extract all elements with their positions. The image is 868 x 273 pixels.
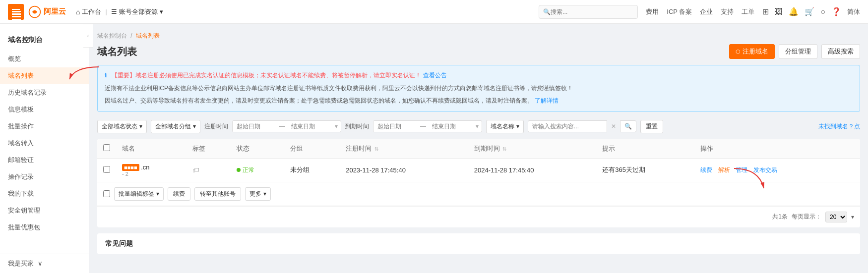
faq-section: 常见问题 (97, 233, 860, 254)
sidebar-item-batch-ops[interactable]: 批量操作 (0, 118, 89, 135)
th-register-time[interactable]: 注册时间 ⇅ (340, 139, 468, 159)
domain-search-input[interactable] (528, 120, 607, 132)
table-container: 域名 标签 状态 分组 注册时间 ⇅ 到期时间 ⇅ 提示 操作 (97, 139, 860, 227)
breadcrumb: 域名控制台 / 域名列表 (97, 32, 860, 40)
nav-link-icp[interactable]: ICP 备案 (667, 7, 692, 16)
alert-title: 【重要】域名注册必须使用已完成实名认证的信息模板；未实名认证域名不能续费、将被暂… (112, 72, 421, 79)
row-tag-cell: 🏷 (186, 158, 231, 182)
group-mgmt-button[interactable]: 分组管理 (779, 44, 817, 59)
page-header: 域名列表 ⬡ 注册域名 分组管理 高级搜索 (97, 44, 860, 59)
alert-link-detail[interactable]: 了解详情 (535, 97, 558, 104)
lang-label[interactable]: 简体 (847, 7, 860, 16)
status-dropdown-icon: ▾ (139, 123, 142, 130)
register-sort-icon[interactable]: ⇅ (374, 146, 378, 152)
layout: 域名控制台 概览 域名列表 历史域名记录 信息模板 批量操作 域名转入 邮箱验证… (0, 0, 868, 273)
resource-nav[interactable]: ☰ 账号全部资源 ▾ (111, 7, 163, 16)
expire-date-range[interactable]: — ▾ (373, 120, 482, 132)
nav-link-support[interactable]: 支持 (721, 7, 734, 16)
sidebar-item-my-downloads[interactable]: 我的下载 (0, 185, 89, 202)
domain-group-filter[interactable]: 全部域名分组 ▾ (151, 120, 200, 133)
domain-status-filter[interactable]: 全部域名状态 ▾ (97, 120, 147, 133)
sidebar-bottom-buyer[interactable]: 我是买家 ∨ (0, 254, 89, 273)
nav-link-enterprise[interactable]: 企业 (700, 7, 713, 16)
th-checkbox (97, 139, 116, 159)
sidebar-item-operation-log[interactable]: 操作记录 (0, 168, 89, 185)
bell-icon[interactable]: 🔔 (789, 7, 799, 16)
expire-sort-icon[interactable]: ⇅ (502, 146, 506, 152)
alert-line3: 因域名过户、交易等导致域名持有者发生变更的，请及时变更或注销备案；处于急需续费或… (105, 96, 853, 107)
row-status-cell: 正常 (231, 158, 284, 182)
toolbar-checkbox[interactable] (103, 190, 110, 197)
action-manage[interactable]: 管理 (736, 166, 747, 173)
advanced-search-button[interactable]: 高级搜索 (821, 44, 860, 59)
grid-icon[interactable]: ⊞ (762, 7, 769, 16)
table-footer: 共1条 每页显示： 20 ▾ (97, 206, 860, 227)
select-all-checkbox[interactable] (103, 144, 110, 151)
row-checkbox-cell (97, 158, 116, 182)
page-title: 域名列表 (97, 45, 137, 58)
filter-bar: 全部域名状态 ▾ 全部域名分组 ▾ 注册时间 — ▾ 到期时间 — ▾ (97, 120, 860, 133)
action-resolve[interactable]: 解析 (718, 166, 730, 173)
per-page-select[interactable]: 20 (825, 212, 847, 222)
workbench-nav[interactable]: ⌂ 工作台 (76, 7, 101, 16)
external-link-icon: ⬡ (736, 49, 741, 55)
breadcrumb-home[interactable]: 域名控制台 (97, 32, 127, 39)
action-trade[interactable]: 发布交易 (753, 166, 777, 173)
register-domain-button[interactable]: ⬡ 注册域名 (729, 44, 775, 59)
status-badge: 正常 (237, 166, 254, 174)
search-clear-button[interactable]: ✕ (609, 123, 618, 130)
tag-icon[interactable]: 🏷 (192, 166, 199, 174)
domain-table: 域名 标签 状态 分组 注册时间 ⇅ 到期时间 ⇅ 提示 操作 (97, 139, 860, 182)
row-group-cell: 未分组 (284, 158, 340, 182)
search-type-filter[interactable]: 域名名称 ▾ (486, 120, 524, 133)
alert-link-notice[interactable]: 查看公告 (423, 72, 447, 79)
nav-link-workorder[interactable]: 工单 (742, 7, 754, 16)
hamburger-button[interactable] (8, 4, 24, 20)
circle-icon[interactable]: ○ (820, 7, 825, 16)
th-domain: 域名 (116, 139, 186, 159)
cart-icon[interactable]: 🛒 (805, 7, 814, 16)
alert-header: ℹ 【重要】域名注册必须使用已完成实名认证的信息模板；未实名认证域名不能续费、将… (105, 70, 853, 81)
main-content: 域名控制台 / 域名列表 域名列表 ⬡ 注册域名 分组管理 高级搜索 ℹ 【重要… (89, 24, 868, 273)
expire-time-label: 到期时间 (345, 122, 369, 131)
expire-start-date[interactable] (373, 121, 418, 132)
table-header-row: 域名 标签 状态 分组 注册时间 ⇅ 到期时间 ⇅ 提示 操作 (97, 139, 860, 159)
sidebar-item-template[interactable]: 信息模板 (0, 101, 89, 118)
th-action: 操作 (694, 139, 860, 159)
row-register-time-cell: 2023-11-28 17:45:40 (340, 158, 468, 182)
sidebar-item-key-mgmt[interactable]: 安全钥管理 (0, 202, 89, 219)
sidebar-item-overview[interactable]: 概览 (0, 51, 89, 67)
sidebar-item-domain-list[interactable]: 域名列表 (0, 67, 89, 84)
global-search-input[interactable] (551, 8, 630, 15)
th-expire-time[interactable]: 到期时间 ⇅ (468, 139, 597, 159)
register-start-date[interactable] (233, 121, 277, 132)
action-renew[interactable]: 续费 (700, 166, 712, 173)
row-hint-cell: 还有365天过期 (596, 158, 694, 182)
reset-filter-button[interactable]: 重置 (640, 120, 663, 133)
image-icon[interactable]: 🖼 (775, 7, 783, 16)
th-hint: 提示 (596, 139, 694, 159)
sidebar: 域名控制台 概览 域名列表 历史域名记录 信息模板 批量操作 域名转入 邮箱验证… (0, 24, 89, 273)
help-icon[interactable]: ❓ (831, 7, 841, 16)
batch-renew-button[interactable]: 续费 (168, 187, 190, 201)
sidebar-item-history[interactable]: 历史域名记录 (0, 84, 89, 101)
aliyun-logo: 阿里云 (28, 5, 66, 19)
expire-end-date[interactable] (428, 121, 473, 132)
nav-link-fee[interactable]: 费用 (646, 7, 659, 16)
row-checkbox[interactable] (103, 166, 110, 173)
sidebar-item-discount[interactable]: 批量优惠包 (0, 219, 89, 236)
register-date-range[interactable]: — ▾ (232, 120, 341, 132)
more-actions-btn[interactable]: 更多 ▾ (245, 187, 271, 201)
sidebar-item-transfer-in[interactable]: 域名转入 (0, 135, 89, 152)
row-expire-time-cell: 2024-11-28 17:45:40 (468, 158, 597, 182)
batch-edit-tags-btn[interactable]: 批量编辑标签 ▾ (114, 187, 164, 201)
sidebar-collapse-button[interactable]: ‹ (83, 24, 93, 48)
register-end-date[interactable] (287, 121, 332, 132)
alert-line2: 近期有不法企业利用ICP备案信息等公示信息向网站主办单位邮寄域名注册证书等纸质文… (105, 83, 853, 94)
not-found-domain-link[interactable]: 未找到域名？点 (818, 122, 860, 131)
search-icon: 🔍 (543, 8, 551, 15)
search-button[interactable]: 🔍 (620, 120, 636, 132)
transfer-account-button[interactable]: 转至其他账号 (194, 187, 241, 201)
global-search-box[interactable]: 🔍 (539, 5, 638, 19)
sidebar-item-email-verify[interactable]: 邮箱验证 (0, 152, 89, 168)
